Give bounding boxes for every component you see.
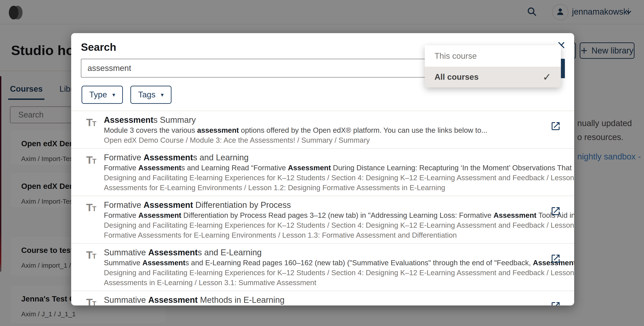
result-description: Module 3 covers the various assessment o… <box>104 125 574 135</box>
result-title: Formative Assessments and Learning <box>104 152 554 163</box>
filter-tags-label: Tags <box>138 90 155 99</box>
result-description: Summative Assessments and E-Learning Rea… <box>104 258 574 268</box>
scope-dropdown-menu: This courseAll courses✓ <box>425 45 561 87</box>
filter-type-label: Type <box>89 90 107 99</box>
modal-title: Search <box>81 41 116 53</box>
result-title: Assessments Summary <box>104 115 554 125</box>
result-title: Formative Assessment Differentiation by … <box>104 200 554 210</box>
external-link-icon[interactable] <box>550 301 561 306</box>
result-breadcrumb: Designing and Facilitating E-learning Ex… <box>104 268 554 278</box>
result-breadcrumb: Designing and Facilitating E-learning Ex… <box>104 173 554 183</box>
search-result-row[interactable]: TTAssessments SummaryModule 3 covers the… <box>71 111 574 149</box>
result-description: Summative Assessment Methods in E-Learni… <box>104 305 574 306</box>
caret-down-icon: ▾ <box>161 91 164 98</box>
search-results-list: TTAssessments SummaryModule 3 covers the… <box>71 111 574 306</box>
external-link-icon[interactable] <box>550 253 561 264</box>
external-link-icon[interactable] <box>550 206 561 216</box>
scope-menu-item-label: This course <box>434 51 477 61</box>
text-block-icon: TT <box>86 249 96 261</box>
text-block-icon: TT <box>86 154 96 166</box>
result-breadcrumb: Open edX Demo Course / Module 3: Ace the… <box>104 135 554 145</box>
text-block-icon: TT <box>86 116 96 129</box>
check-icon: ✓ <box>542 71 551 83</box>
scope-menu-item-label: All courses <box>434 72 478 82</box>
filter-tags-button[interactable]: Tags ▾ <box>130 86 171 104</box>
scope-menu-item[interactable]: This course <box>425 45 561 67</box>
filter-bar: Type ▾ Tags ▾ <box>82 86 172 104</box>
result-breadcrumb: Assessments in E-Learning / Lesson 3.1: … <box>104 278 554 288</box>
scope-menu-item[interactable]: All courses✓ <box>425 67 561 87</box>
result-breadcrumb: Assessments for E-Learning Environments … <box>104 183 554 193</box>
search-result-row[interactable]: TTSummative Assessment Methods in E-Lear… <box>71 291 574 306</box>
search-result-row[interactable]: TTSummative Assessments and E-LearningSu… <box>71 244 574 291</box>
search-result-row[interactable]: TTFormative Assessments and LearningForm… <box>71 149 574 196</box>
result-title: Summative Assessment Methods in E-Learni… <box>104 295 554 305</box>
caret-down-icon: ▾ <box>112 91 115 98</box>
result-description: Formative Assessments and Learning Read … <box>104 163 574 173</box>
result-title: Summative Assessments and E-Learning <box>104 247 554 258</box>
result-breadcrumb: Designing and Facilitating E-learning Ex… <box>104 220 554 230</box>
text-block-icon: TT <box>86 201 96 214</box>
result-description: Formative Assessment Differentiation by … <box>104 210 574 220</box>
filter-type-button[interactable]: Type ▾ <box>82 86 123 104</box>
text-block-icon: TT <box>86 297 96 306</box>
result-breadcrumb: Formative Assessments for E-Learning Env… <box>104 230 554 240</box>
search-result-row[interactable]: TTFormative Assessment Differentiation b… <box>71 196 574 244</box>
external-link-icon[interactable] <box>550 121 561 131</box>
